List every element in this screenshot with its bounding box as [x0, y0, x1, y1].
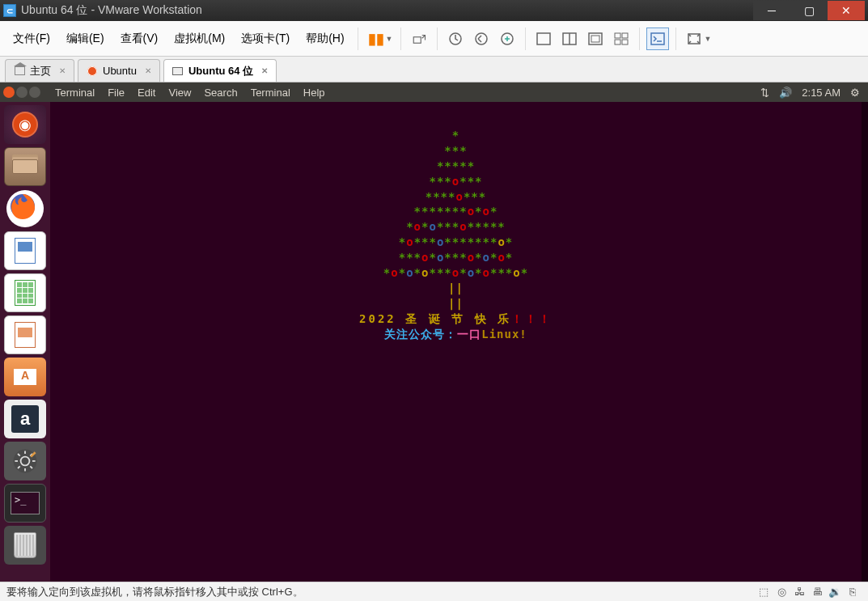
launcher-dash-icon[interactable]: ◉ — [4, 105, 46, 144]
svg-rect-10 — [622, 33, 628, 38]
launcher-trash-icon[interactable] — [4, 526, 46, 565]
tab-ubuntu64[interactable]: Ubuntu 64 位 ✕ — [163, 59, 277, 82]
launcher-amazon-icon[interactable]: a — [4, 400, 46, 438]
svg-rect-4 — [537, 33, 550, 44]
launcher-calc-icon[interactable] — [4, 273, 46, 312]
sb-usb-icon[interactable]: ⎘ — [845, 586, 860, 599]
separator — [675, 28, 676, 50]
ubuntu-close-icon[interactable] — [3, 87, 15, 98]
separator — [639, 28, 640, 50]
ascii-tree-art: * *** ***** ***o*** ****o*** *******o*o*… — [50, 128, 862, 341]
vmware-app-icon: ⊂ — [3, 4, 16, 17]
vm-display-area: Terminal File Edit View Search Terminal … — [0, 83, 868, 582]
menu-edit[interactable]: 编辑(E) — [58, 28, 112, 49]
unity-launcher: ◉ a >_ — [0, 102, 50, 582]
ubuntu-menu-edit[interactable]: Edit — [131, 87, 162, 99]
menu-tabs[interactable]: 选项卡(T) — [233, 28, 298, 49]
ubuntu-menu-view[interactable]: View — [162, 87, 197, 99]
svg-rect-12 — [622, 40, 628, 44]
sb-sound-icon[interactable]: 🔉 — [828, 586, 842, 599]
menu-view[interactable]: 查看(V) — [112, 28, 167, 49]
window-maximize-button[interactable]: ▢ — [790, 1, 828, 20]
separator — [358, 28, 358, 50]
tab-label: Ubuntu 64 位 — [188, 64, 253, 78]
launcher-files-icon[interactable] — [4, 147, 46, 186]
close-icon[interactable]: ✕ — [59, 66, 66, 75]
launcher-terminal-icon[interactable]: >_ — [4, 484, 46, 523]
svg-rect-13 — [651, 33, 664, 44]
pause-button[interactable]: ▮▮ — [365, 28, 387, 50]
sound-indicator-icon[interactable]: 🔊 — [774, 87, 797, 99]
snapshot-button[interactable] — [444, 28, 467, 50]
msg-exclaim: ！！！ — [511, 312, 553, 325]
sb-cd-icon[interactable]: ◎ — [774, 586, 789, 599]
svg-rect-0 — [414, 36, 421, 43]
ubuntu-minimize-icon[interactable] — [16, 87, 28, 98]
svg-point-2 — [476, 33, 487, 44]
menu-help[interactable]: 帮助(H) — [298, 28, 352, 49]
view-thumbnails-button[interactable] — [610, 28, 633, 50]
tab-label: 主页 — [30, 64, 51, 78]
home-icon — [14, 66, 25, 77]
ubuntu-window-controls — [3, 87, 40, 98]
launcher-impress-icon[interactable] — [4, 315, 46, 354]
statusbar-hint: 要将输入定向到该虚拟机，请将鼠标指针移入其中或按 Ctrl+G。 — [6, 585, 303, 599]
close-icon[interactable]: ✕ — [145, 66, 151, 75]
vmware-menubar: 文件(F) 编辑(E) 查看(V) 虚拟机(M) 选项卡(T) 帮助(H) ▮▮… — [0, 21, 868, 57]
console-button[interactable] — [646, 28, 669, 50]
clock-indicator[interactable]: 2:15 AM — [797, 87, 845, 99]
dropdown-icon[interactable]: ▼ — [386, 35, 393, 43]
window-minimize-button[interactable]: ─ — [753, 1, 790, 20]
separator — [400, 28, 401, 50]
separator — [525, 28, 526, 50]
fullscreen-button[interactable] — [683, 28, 705, 50]
snapshot-manager-button[interactable] — [496, 28, 519, 50]
dropdown-icon[interactable]: ▼ — [704, 35, 711, 43]
sb-disk-icon[interactable]: ⬚ — [756, 586, 771, 599]
ubuntu-maximize-icon[interactable] — [29, 87, 40, 98]
window-close-button[interactable]: ✕ — [828, 1, 865, 20]
launcher-settings-icon[interactable] — [4, 442, 46, 480]
ubuntu-menu-terminal[interactable]: Terminal — [49, 87, 101, 99]
svg-rect-8 — [591, 36, 599, 42]
launcher-writer-icon[interactable] — [4, 231, 46, 270]
vm-tabs: 主页 ✕ Ubuntu ✕ Ubuntu 64 位 ✕ — [0, 57, 868, 83]
msg-year: 2022 — [359, 312, 396, 325]
vmware-statusbar: 要将输入定向到该虚拟机，请将鼠标指针移入其中或按 Ctrl+G。 ⬚ ◎ 🖧 🖶… — [0, 582, 868, 601]
tab-label: Ubuntu — [103, 65, 137, 77]
ubuntu-menu-file[interactable]: File — [101, 87, 131, 99]
view-split-button[interactable] — [558, 28, 581, 50]
monitor-icon — [172, 66, 184, 77]
menu-vm[interactable]: 虚拟机(M) — [166, 28, 233, 49]
tab-ubuntu[interactable]: Ubuntu ✕ — [78, 59, 160, 82]
msg-cn: 圣 诞 节 快 乐 — [405, 312, 511, 325]
ubuntu-menu-help[interactable]: Help — [297, 87, 332, 99]
launcher-software-icon[interactable] — [4, 358, 46, 396]
menu-file[interactable]: 文件(F) — [5, 28, 58, 49]
send-keys-button[interactable] — [408, 28, 430, 50]
ubuntu-menu-terminal2[interactable]: Terminal — [244, 87, 297, 99]
terminal-output[interactable]: * *** ***** ***o*** ****o*** *******o*o*… — [50, 102, 868, 582]
tab-home[interactable]: 主页 ✕ — [5, 59, 74, 82]
view-unity-button[interactable] — [584, 28, 607, 50]
view-single-button[interactable] — [532, 28, 555, 50]
snapshot-revert-button[interactable] — [470, 28, 493, 50]
window-titlebar: ⊂ Ubuntu 64 位 - VMware Workstation ─ ▢ ✕ — [0, 0, 868, 21]
svg-rect-7 — [589, 33, 602, 44]
ubuntu-top-menubar: Terminal File Edit View Search Terminal … — [0, 83, 868, 102]
ubuntu-icon — [87, 66, 98, 77]
follow-label: 关注公众号： — [384, 328, 457, 341]
network-indicator-icon[interactable]: ⇅ — [756, 87, 774, 99]
follow-suffix: Linux! — [481, 328, 527, 341]
launcher-firefox-icon[interactable] — [4, 189, 46, 228]
close-icon[interactable]: ✕ — [261, 66, 268, 75]
vm-desktop-body: ◉ a >_ * *** ***** ***o*** ****o*** ****… — [0, 102, 868, 582]
sb-network-icon[interactable]: 🖧 — [792, 586, 807, 599]
follow-name: 一口 — [457, 328, 481, 341]
svg-rect-11 — [615, 40, 620, 44]
settings-indicator-icon[interactable]: ⚙ — [845, 87, 865, 99]
sb-printer-icon[interactable]: 🖶 — [810, 586, 824, 599]
window-title: Ubuntu 64 位 - VMware Workstation — [21, 3, 748, 18]
separator — [437, 28, 438, 50]
ubuntu-menu-search[interactable]: Search — [197, 87, 243, 99]
